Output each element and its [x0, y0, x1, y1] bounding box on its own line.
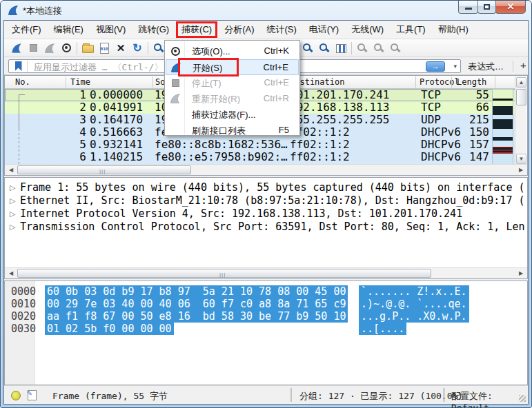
menu-item-capture-annotated[interactable]: 捕获(C): [176, 21, 217, 38]
open-file-button[interactable]: [79, 41, 96, 56]
restart-capture-button[interactable]: [41, 41, 58, 56]
packet-row[interactable]: 50.932141fe80::8c8b:1682:536…ff02::1:2DH…: [5, 139, 515, 151]
packet-row[interactable]: 61.140215fe80::e5:7958:b902:…ff02::1:2DH…: [5, 151, 515, 163]
menu-item-4[interactable]: 跳转(G): [132, 21, 175, 38]
menu-item-2[interactable]: 编辑(E): [48, 21, 90, 38]
status-profile[interactable]: 配置文件: Default: [451, 390, 528, 408]
hex-row[interactable]: 003001 02 5b f0 00 00 00..[....: [5, 323, 527, 335]
details-hscrollbar[interactable]: ◀ ||| ▶: [5, 267, 527, 278]
zoom-out-button[interactable]: [299, 41, 316, 56]
cell-no: 2: [32, 101, 86, 114]
column-header-no[interactable]: No.: [15, 77, 30, 87]
menu-item-7[interactable]: 统计(S): [260, 21, 302, 38]
expression-button[interactable]: 表达式…: [468, 61, 504, 73]
detail-line[interactable]: ▷Ethernet II, Src: BiostarM_21:10:78 (b8…: [5, 194, 527, 207]
open-file-icon: [82, 45, 94, 53]
cell-source: fe80::e5:7958:b902:…: [155, 151, 288, 163]
menu-item-label: 选项(O)...: [192, 45, 230, 58]
start-capture-icon: [10, 43, 23, 54]
minimize-button[interactable]: [458, 1, 478, 14]
start-fin-icon: [170, 62, 182, 73]
column-header-length[interactable]: Length: [457, 77, 486, 87]
reload-button[interactable]: ↻: [129, 41, 146, 56]
packet-list-hscrollbar[interactable]: ◀ ||| ▶: [5, 164, 527, 175]
expand-icon[interactable]: ▷: [10, 207, 15, 221]
add-filter-button[interactable]: +: [520, 59, 526, 71]
bookmark-icon: [15, 61, 22, 71]
hex-offset: 0030: [11, 323, 36, 335]
cell-time: 1.140215: [90, 151, 143, 163]
menu-item-11[interactable]: 帮助(H): [432, 21, 475, 38]
expand-icon[interactable]: ▷: [10, 194, 15, 207]
column-header-time[interactable]: Time: [70, 77, 90, 87]
menu-item-8[interactable]: 电话(Y): [303, 21, 345, 38]
capture-menu-item-6[interactable]: 刷新接口列表F5: [166, 123, 299, 139]
hex-ascii: `....... Z!.x..E.: [359, 285, 469, 298]
hex-ascii: .)~.@.@. `....qe.: [359, 298, 469, 310]
scroll-left-icon[interactable]: ◀: [6, 269, 16, 278]
capture-menu-item-4[interactable]: 重新开始(R)Ctrl+R: [166, 91, 299, 107]
close-button[interactable]: ✕: [495, 1, 526, 14]
capture-menu-item-5[interactable]: 捕获过滤器(F)...: [166, 107, 299, 123]
hex-offset: 0000: [11, 285, 36, 298]
detail-line[interactable]: ▷Frame 1: 55 bytes on wire (440 bits), 5…: [5, 181, 527, 194]
menu-item-1[interactable]: 文件(F): [6, 21, 48, 38]
menu-item-9[interactable]: 无线(W): [345, 21, 390, 38]
detail-line[interactable]: ▷Transmission Control Protocol, Src Port…: [5, 221, 527, 234]
zoom-normal-disabled-button[interactable]: [387, 41, 404, 56]
cell-length: 147: [433, 151, 489, 163]
expert-info-icon[interactable]: [11, 391, 21, 400]
scroll-right-icon[interactable]: ▶: [516, 269, 526, 278]
hex-row[interactable]: 001000 29 7e 03 40 00 40 06 60 f7 c0 a8 …: [5, 298, 527, 310]
zoom-in-disabled-button[interactable]: [354, 41, 371, 56]
stop-capture-button[interactable]: [25, 41, 41, 56]
apply-filter-button[interactable]: →: [426, 61, 445, 72]
expand-icon[interactable]: ▷: [10, 181, 15, 194]
vscroll-thumb[interactable]: [516, 89, 526, 105]
restore-button[interactable]: [477, 1, 496, 14]
restart-capture-icon: [43, 43, 56, 54]
restart-fin-icon: [169, 93, 181, 104]
menu-item-10[interactable]: 工具(T): [390, 21, 432, 38]
start-capture-button[interactable]: [8, 41, 25, 56]
hscroll-thumb[interactable]: |||: [17, 269, 431, 278]
capture-options-button[interactable]: [58, 41, 75, 56]
zoom-out-disabled-button[interactable]: [371, 41, 387, 56]
minimap-stripe: [493, 141, 513, 147]
toolbar-separator: [77, 42, 77, 54]
menu-icon-empty: [169, 125, 181, 136]
scroll-left-icon[interactable]: ◀: [6, 165, 16, 174]
scroll-right-icon[interactable]: ▶: [516, 165, 526, 174]
scroll-down-icon[interactable]: ▼: [516, 154, 526, 164]
zoom-normal-disabled-icon: [391, 43, 398, 51]
menu-item-6[interactable]: 分析(A): [218, 21, 260, 38]
intelligent-scrollbar-minimap[interactable]: [492, 89, 513, 169]
packet-list-vscrollbar[interactable]: ▲ ▼: [515, 76, 526, 169]
menu-item-3[interactable]: 视图(V): [90, 21, 132, 38]
close-file-button[interactable]: ✕: [112, 41, 129, 56]
zoom-normal-button[interactable]: [316, 41, 333, 56]
capture-comment-icon[interactable]: [28, 390, 37, 400]
zoom-out-icon: [303, 43, 311, 51]
cell-no: 4: [32, 126, 86, 139]
capture-menu-item-3[interactable]: 停止(T)Ctrl+E: [166, 75, 299, 91]
filter-dropdown-caret-icon[interactable]: ▾: [453, 63, 457, 70]
detail-line[interactable]: ▷Internet Protocol Version 4, Src: 192.1…: [5, 207, 527, 221]
cell-source: fe80::8c8b:1682:536…: [155, 139, 288, 151]
related-packet-line: [19, 94, 19, 129]
resize-columns-button[interactable]: [333, 41, 349, 56]
capture-menu-item-1[interactable]: 选项(O)...Ctrl+K: [166, 43, 299, 59]
scroll-up-icon[interactable]: ▲: [516, 77, 526, 88]
filter-bookmark-button[interactable]: [10, 61, 28, 72]
hscroll-thumb[interactable]: |||: [17, 165, 191, 174]
column-separator: [66, 76, 66, 88]
capture-menu-item-2[interactable]: 开始(S)Ctrl+E: [166, 59, 299, 75]
save-file-button[interactable]: 010: [96, 41, 112, 56]
menu-item-label: 刷新接口列表: [192, 125, 246, 137]
column-header-protocol[interactable]: Protocol: [420, 77, 460, 87]
expand-icon[interactable]: ▷: [10, 221, 15, 234]
hex-row[interactable]: 0020aa f1 f8 67 00 50 e8 16 bd 58 30 be …: [5, 310, 527, 323]
hex-row[interactable]: 000060 0b 03 0d b9 17 b8 97 5a 21 10 78 …: [5, 285, 527, 298]
title-bar[interactable]: *本地连接 ✕: [1, 1, 531, 20]
resize-grip[interactable]: [519, 395, 526, 402]
